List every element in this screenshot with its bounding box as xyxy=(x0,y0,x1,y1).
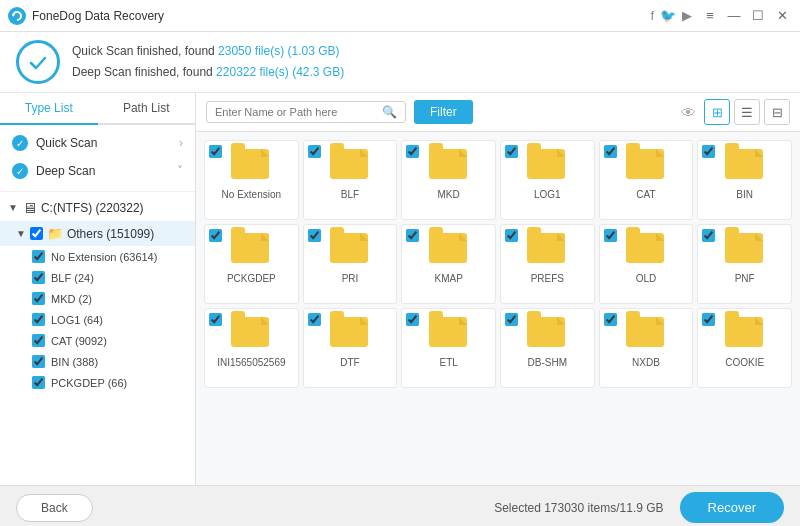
folder-thumbnail xyxy=(527,317,567,351)
card-filename: CAT xyxy=(636,189,655,200)
file-card[interactable]: DTF xyxy=(303,308,398,388)
file-item-checkbox[interactable] xyxy=(32,313,45,326)
file-item-checkbox[interactable] xyxy=(32,334,45,347)
search-box[interactable]: 🔍 xyxy=(206,101,406,123)
card-checkbox[interactable] xyxy=(406,313,419,329)
view-icons: ⊞ ☰ ⊟ xyxy=(704,99,790,125)
folder-row[interactable]: ▼ 📁 Others (151099) xyxy=(0,221,195,246)
eye-icon[interactable]: 👁 xyxy=(681,104,696,121)
card-filename: OLD xyxy=(636,273,657,284)
file-item-label: MKD (2) xyxy=(51,293,92,305)
file-card[interactable]: DB-SHM xyxy=(500,308,595,388)
card-checkbox[interactable] xyxy=(604,313,617,329)
card-filename: KMAP xyxy=(434,273,462,284)
file-card[interactable]: BIN xyxy=(697,140,792,220)
card-checkbox[interactable] xyxy=(209,313,222,329)
sidebar-file-item[interactable]: BIN (388) xyxy=(0,351,195,372)
file-list: No Extension (63614)BLF (24)MKD (2)LOG1 … xyxy=(0,246,195,393)
file-card[interactable]: PREFS xyxy=(500,224,595,304)
card-checkbox[interactable] xyxy=(604,145,617,161)
list-view-button[interactable]: ☰ xyxy=(734,99,760,125)
file-item-checkbox[interactable] xyxy=(32,355,45,368)
file-card[interactable]: PCKGDEP xyxy=(204,224,299,304)
youtube-icon[interactable]: ▶ xyxy=(682,8,692,23)
file-item-label: BLF (24) xyxy=(51,272,94,284)
card-checkbox[interactable] xyxy=(209,229,222,245)
maximize-button[interactable]: ☐ xyxy=(748,6,768,26)
sidebar-file-item[interactable]: BLF (24) xyxy=(0,267,195,288)
file-card[interactable]: BLF xyxy=(303,140,398,220)
minimize-button[interactable]: — xyxy=(724,6,744,26)
file-card[interactable]: OLD xyxy=(599,224,694,304)
close-button[interactable]: ✕ xyxy=(772,6,792,26)
folder-thumbnail xyxy=(429,233,469,267)
file-card[interactable]: LOG1 xyxy=(500,140,595,220)
file-card[interactable]: MKD xyxy=(401,140,496,220)
card-filename: PREFS xyxy=(531,273,564,284)
recover-button[interactable]: Recover xyxy=(680,492,784,523)
file-card[interactable]: INI1565052569 xyxy=(204,308,299,388)
menu-icon[interactable]: ≡ xyxy=(700,6,720,26)
folder-checkbox[interactable] xyxy=(30,227,43,240)
search-input[interactable] xyxy=(215,106,382,118)
card-filename: ETL xyxy=(439,357,457,368)
status-icon xyxy=(16,40,60,84)
folder-thumbnail xyxy=(231,233,271,267)
selected-info: Selected 173030 items/11.9 GB xyxy=(494,501,663,515)
tab-type-list[interactable]: Type List xyxy=(0,93,98,125)
file-card[interactable]: PNF xyxy=(697,224,792,304)
deep-scan-label: Deep Scan xyxy=(36,164,177,178)
card-filename: MKD xyxy=(438,189,460,200)
card-checkbox[interactable] xyxy=(209,145,222,161)
filter-button[interactable]: Filter xyxy=(414,100,473,124)
deep-scan-item[interactable]: ✓ Deep Scan ˅ xyxy=(0,157,195,185)
file-item-label: LOG1 (64) xyxy=(51,314,103,326)
quick-scan-item[interactable]: ✓ Quick Scan › xyxy=(0,129,195,157)
status-lines: Quick Scan finished, found 23050 file(s)… xyxy=(72,43,344,81)
drive-row[interactable]: ▼ 🖥 C:(NTFS) (220322) xyxy=(0,194,195,221)
card-checkbox[interactable] xyxy=(505,229,518,245)
card-checkbox[interactable] xyxy=(406,229,419,245)
file-card[interactable]: CAT xyxy=(599,140,694,220)
file-item-checkbox[interactable] xyxy=(32,292,45,305)
app-icon xyxy=(8,7,26,25)
card-checkbox[interactable] xyxy=(702,313,715,329)
card-checkbox[interactable] xyxy=(702,145,715,161)
twitter-icon[interactable]: 🐦 xyxy=(660,8,676,23)
sidebar-file-item[interactable]: CAT (9092) xyxy=(0,330,195,351)
file-item-label: CAT (9092) xyxy=(51,335,107,347)
file-card[interactable]: KMAP xyxy=(401,224,496,304)
grid-view-button[interactable]: ⊞ xyxy=(704,99,730,125)
footer: Back Selected 173030 items/11.9 GB Recov… xyxy=(0,485,800,526)
card-checkbox[interactable] xyxy=(406,145,419,161)
file-item-checkbox[interactable] xyxy=(32,376,45,389)
file-card[interactable]: ETL xyxy=(401,308,496,388)
content-area: 🔍 Filter 👁 ⊞ ☰ ⊟ No Extension xyxy=(196,93,800,485)
detail-view-button[interactable]: ⊟ xyxy=(764,99,790,125)
tab-row: Type List Path List xyxy=(0,93,195,125)
sidebar-file-item[interactable]: No Extension (63614) xyxy=(0,246,195,267)
card-checkbox[interactable] xyxy=(505,313,518,329)
sidebar-file-item[interactable]: PCKGDEP (66) xyxy=(0,372,195,393)
folder-thumbnail xyxy=(330,149,370,183)
deep-scan-chevron: ˅ xyxy=(177,164,183,178)
tab-path-list[interactable]: Path List xyxy=(98,93,196,125)
folder-thumbnail xyxy=(330,233,370,267)
sidebar-file-item[interactable]: MKD (2) xyxy=(0,288,195,309)
file-card[interactable]: PRI xyxy=(303,224,398,304)
card-checkbox[interactable] xyxy=(308,145,321,161)
file-card[interactable]: COOKIE xyxy=(697,308,792,388)
folder-thumbnail xyxy=(725,233,765,267)
file-card[interactable]: NXDB xyxy=(599,308,694,388)
card-checkbox[interactable] xyxy=(604,229,617,245)
card-checkbox[interactable] xyxy=(308,229,321,245)
card-checkbox[interactable] xyxy=(308,313,321,329)
back-button[interactable]: Back xyxy=(16,494,93,522)
sidebar-file-item[interactable]: LOG1 (64) xyxy=(0,309,195,330)
card-checkbox[interactable] xyxy=(505,145,518,161)
file-item-checkbox[interactable] xyxy=(32,271,45,284)
file-item-checkbox[interactable] xyxy=(32,250,45,263)
file-card[interactable]: No Extension xyxy=(204,140,299,220)
facebook-icon[interactable]: f xyxy=(650,8,654,23)
card-checkbox[interactable] xyxy=(702,229,715,245)
